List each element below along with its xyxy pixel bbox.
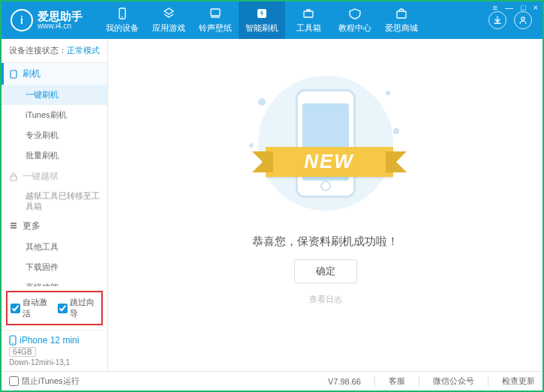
divider	[374, 376, 375, 387]
brand-url: www.i4.cn	[38, 22, 83, 30]
phone-icon	[9, 335, 17, 346]
device-icon	[116, 7, 129, 20]
support-link[interactable]: 客服	[389, 376, 405, 387]
nav-item-label: 爱思商城	[385, 22, 418, 34]
tools-icon	[302, 7, 315, 20]
menu-window-button[interactable]: ≡	[492, 3, 497, 12]
nav-item-label: 智能刷机	[245, 22, 278, 34]
phone-illustration-icon	[296, 89, 356, 198]
nav-item-media[interactable]: 铃声壁纸	[192, 1, 239, 39]
user-icon[interactable]	[514, 11, 532, 29]
main-content: NEW 恭喜您，保资料刷机成功啦！ 确定 查看日志	[108, 39, 542, 371]
sidebar-item[interactable]: 高级功能	[2, 277, 107, 286]
svg-rect-4	[304, 11, 313, 17]
sidebar-options: 自动激活跳过向导	[6, 291, 103, 325]
device-storage-badge: 64GB	[9, 347, 36, 357]
svg-rect-2	[211, 9, 220, 16]
device-subinfo: Down-12mini-13,1	[9, 358, 100, 367]
sidebar-item[interactable]: 其他工具	[2, 237, 107, 257]
statusbar: 阻止iTunes运行 V7.98.66 客服 微信公众号 检查更新	[2, 371, 542, 391]
nav-item-label: 工具箱	[296, 22, 321, 34]
sidebar-check-input[interactable]	[11, 304, 20, 313]
logo-block: i 爱思助手 www.i4.cn	[2, 9, 92, 31]
ok-button[interactable]: 确定	[294, 259, 357, 283]
svg-rect-5	[397, 11, 406, 18]
sidebar-item[interactable]: 一键刷机	[2, 85, 107, 105]
nav-item-device[interactable]: 我的设备	[99, 1, 146, 39]
brand-name: 爱思助手	[38, 10, 83, 22]
sidebar-item[interactable]: 下载固件	[2, 257, 107, 277]
maximize-window-button[interactable]: □	[521, 3, 526, 12]
sidebar-item[interactable]: iTunes刷机	[2, 105, 107, 125]
svg-point-6	[521, 17, 524, 20]
sidebar: 设备连接状态：正常模式 刷机一键刷机iTunes刷机专业刷机批量刷机一键越狱越狱…	[2, 39, 108, 371]
media-icon	[209, 7, 222, 20]
sidebar-check[interactable]: 自动激活	[11, 297, 52, 319]
sidebar-check-label: 自动激活	[23, 297, 52, 319]
sidebar-tree: 刷机一键刷机iTunes刷机专业刷机批量刷机一键越狱越狱工具已转移至工具箱更多其…	[2, 63, 107, 286]
lock-icon	[9, 172, 18, 181]
nav-item-apps[interactable]: 应用游戏	[146, 1, 192, 39]
sidebar-group: 一键越狱越狱工具已转移至工具箱	[2, 166, 107, 215]
svg-point-10	[12, 343, 14, 344]
sidebar-note: 越狱工具已转移至工具箱	[2, 187, 107, 215]
success-message: 恭喜您，保资料刷机成功啦！	[252, 235, 398, 249]
svg-rect-8	[11, 176, 17, 181]
svg-point-1	[122, 16, 123, 18]
conn-label: 设备连接状态：	[9, 46, 67, 55]
shop-icon	[395, 7, 408, 20]
device-name-label: iPhone 12 mini	[20, 335, 79, 346]
nav-item-help[interactable]: 教程中心	[332, 1, 378, 39]
main-nav: 我的设备应用游戏铃声壁纸智能刷机工具箱教程中心爱思商城	[99, 1, 425, 39]
sidebar-group-title[interactable]: 一键越狱	[2, 166, 107, 187]
more-icon	[9, 221, 18, 230]
sidebar-group-title[interactable]: 刷机	[2, 63, 107, 85]
help-icon	[348, 7, 362, 20]
group-label: 更多	[23, 220, 41, 232]
sidebar-check[interactable]: 跳过向导	[58, 297, 99, 319]
block-itunes-checkbox[interactable]: 阻止iTunes运行	[9, 376, 80, 387]
connection-status: 设备连接状态：正常模式	[2, 39, 107, 63]
nav-item-tools[interactable]: 工具箱	[285, 1, 332, 39]
sidebar-group-title[interactable]: 更多	[2, 215, 107, 237]
block-itunes-input[interactable]	[9, 376, 19, 386]
check-update-link[interactable]: 检查更新	[502, 376, 535, 387]
flash-icon	[255, 7, 269, 20]
wechat-link[interactable]: 微信公众号	[433, 376, 474, 387]
sidebar-item[interactable]: 专业刷机	[2, 125, 107, 145]
device-block[interactable]: iPhone 12 mini 64GB Down-12mini-13,1	[2, 330, 107, 371]
app-window: ≡ — □ × i 爱思助手 www.i4.cn 我的设备应用游戏铃声壁纸智能刷…	[0, 0, 544, 392]
sidebar-group: 更多其他工具下载固件高级功能	[2, 215, 107, 286]
view-log-link[interactable]: 查看日志	[309, 294, 342, 305]
sidebar-check-label: 跳过向导	[70, 297, 99, 319]
device-name: iPhone 12 mini	[9, 335, 100, 346]
divider	[419, 376, 419, 387]
version-label: V7.98.66	[328, 377, 361, 386]
logo-icon: i	[11, 9, 33, 31]
body: 设备连接状态：正常模式 刷机一键刷机iTunes刷机专业刷机批量刷机一键越狱越狱…	[2, 39, 542, 371]
nav-item-flash[interactable]: 智能刷机	[239, 1, 285, 39]
group-label: 一键越狱	[23, 170, 59, 183]
nav-item-label: 教程中心	[338, 22, 371, 34]
sidebar-item[interactable]: 批量刷机	[2, 145, 107, 166]
status-right: V7.98.66 客服 微信公众号 检查更新	[328, 376, 535, 387]
group-label: 刷机	[23, 67, 41, 80]
close-window-button[interactable]: ×	[533, 3, 538, 12]
new-ribbon: NEW	[266, 147, 393, 177]
user-icons	[488, 11, 542, 29]
nav-item-label: 应用游戏	[152, 22, 185, 34]
nav-item-label: 铃声壁纸	[199, 22, 232, 34]
sidebar-check-input[interactable]	[58, 304, 68, 313]
titlebar: i 爱思助手 www.i4.cn 我的设备应用游戏铃声壁纸智能刷机工具箱教程中心…	[2, 1, 542, 39]
device-icon	[9, 70, 18, 79]
block-itunes-label: 阻止iTunes运行	[22, 376, 80, 387]
nav-item-label: 我的设备	[106, 22, 139, 34]
divider	[488, 376, 488, 387]
download-icon[interactable]	[488, 11, 506, 29]
minimize-window-button[interactable]: —	[505, 3, 513, 12]
sidebar-group: 刷机一键刷机iTunes刷机专业刷机批量刷机	[2, 63, 107, 166]
conn-mode: 正常模式	[67, 46, 100, 55]
success-illustration: NEW	[243, 76, 408, 218]
svg-rect-7	[11, 70, 17, 78]
nav-item-shop[interactable]: 爱思商城	[378, 1, 425, 39]
